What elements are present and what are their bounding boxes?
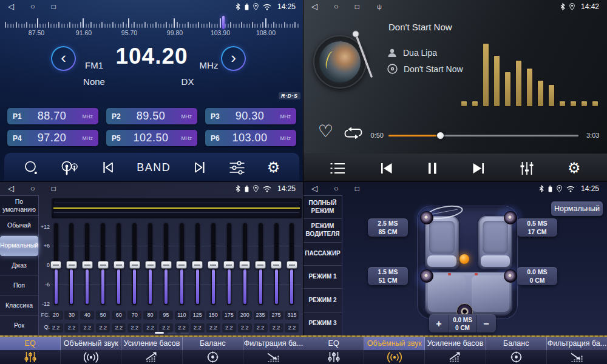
back-icon[interactable]: ◁ — [311, 182, 317, 195]
tab-bass-boost-button[interactable] — [121, 350, 182, 364]
page-indicator[interactable] — [180, 332, 189, 334]
eq-slider-handle[interactable] — [255, 261, 266, 269]
eq-preset-item[interactable]: Рок — [0, 315, 38, 335]
listening-position-indicator[interactable] — [459, 254, 469, 264]
eq-slider-handle[interactable] — [287, 261, 297, 269]
tab-surround-sound[interactable]: Объёмный звук — [61, 337, 121, 350]
eq-slider-handle[interactable] — [161, 261, 172, 269]
tab-eq[interactable]: EQ — [0, 337, 61, 350]
eq-slider-handle[interactable] — [239, 261, 250, 269]
eq-slider-handle[interactable] — [114, 261, 124, 269]
settings-button[interactable]: ⚙ — [568, 161, 581, 175]
tune-up-button[interactable]: › — [221, 46, 246, 71]
tab-eq[interactable]: EQ — [304, 337, 364, 350]
home-icon[interactable]: ○ — [30, 0, 35, 13]
audio-settings-button[interactable] — [229, 160, 245, 175]
tune-down-button[interactable]: ‹ — [51, 46, 76, 71]
back-icon[interactable]: ◁ — [8, 182, 14, 195]
front-right-delay-button[interactable]: 0.5 MS 17 CM — [517, 218, 557, 237]
speaker-rear-right[interactable] — [504, 269, 517, 283]
tab-surround-sound-button[interactable] — [61, 350, 121, 364]
eq-preset-item[interactable]: Поп — [0, 275, 38, 295]
eq-slider-handle[interactable] — [176, 261, 187, 269]
tab-eq-button[interactable] — [304, 350, 364, 364]
eq-preset-item[interactable]: Обычай — [0, 216, 38, 236]
speaker-front-right[interactable] — [504, 211, 517, 224]
recents-icon[interactable]: □ — [355, 0, 359, 13]
recents-icon[interactable]: □ — [52, 182, 56, 195]
tab-surround-sound-button[interactable] — [364, 350, 425, 364]
seek-bar-thumb[interactable] — [436, 132, 444, 140]
eq-preset-item[interactable]: Джаз — [0, 256, 38, 276]
home-icon[interactable]: ○ — [334, 182, 339, 195]
eq-slider-handle[interactable] — [192, 261, 203, 269]
eq-slider-handle[interactable] — [66, 261, 77, 269]
tab-balance-button[interactable] — [486, 350, 547, 364]
tab-balance[interactable]: Баланс — [486, 337, 547, 350]
sound-mode-item[interactable]: ПОЛНЫЙ РЕЖИМ — [304, 196, 342, 219]
tab-surround-sound[interactable]: Объёмный звук — [364, 337, 425, 350]
tab-eq-button[interactable] — [0, 350, 61, 364]
home-icon[interactable]: ○ — [30, 182, 35, 195]
sound-mode-item[interactable]: РЕЖИМ 3 — [304, 312, 342, 335]
preset-button-p5[interactable]: P5102.50MHz — [106, 130, 197, 146]
tab-bass-boost[interactable]: Усиление басов — [425, 337, 486, 350]
preset-button-p2[interactable]: P289.50MHz — [106, 108, 197, 124]
favorite-button[interactable]: ♡ — [318, 123, 333, 140]
rear-left-delay-button[interactable]: 1.5 MS 51 CM — [368, 267, 408, 285]
scan-button[interactable] — [24, 160, 39, 175]
tab-balance[interactable]: Баланс — [183, 337, 243, 350]
eq-slider-handle[interactable] — [271, 261, 282, 269]
pause-button[interactable] — [427, 162, 438, 175]
seek-bar[interactable] — [388, 135, 578, 136]
previous-station-button[interactable] — [100, 161, 115, 174]
back-icon[interactable]: ◁ — [311, 0, 317, 13]
tab-filtration[interactable]: Фильтрация ба... — [547, 337, 607, 350]
preset-button-p6[interactable]: P6103.00MHz — [205, 130, 296, 146]
settings-button[interactable]: ⚙ — [267, 160, 280, 175]
recents-icon[interactable]: □ — [355, 182, 359, 195]
front-left-delay-button[interactable]: 2.5 MS 85 CM — [368, 218, 408, 237]
sound-mode-item[interactable]: РЕЖИМ 2 — [304, 289, 342, 312]
previous-track-button[interactable] — [379, 162, 394, 175]
preset-button-p4[interactable]: P497.20MHz — [7, 130, 98, 146]
page-indicator[interactable] — [168, 332, 177, 334]
repeat-button[interactable] — [344, 126, 363, 143]
eq-slider-handle[interactable] — [82, 261, 93, 269]
recents-icon[interactable]: □ — [52, 0, 56, 13]
next-station-button[interactable] — [192, 161, 208, 174]
sound-mode-item[interactable]: РЕЖИМ 1 — [304, 266, 342, 289]
eq-slider-handle[interactable] — [98, 261, 109, 269]
speaker-rear-left[interactable] — [420, 269, 433, 283]
sound-mode-item[interactable]: РЕЖИМ ВОДИТЕЛЯ — [304, 219, 342, 242]
page-indicator-active[interactable] — [155, 332, 164, 334]
speaker-front-left[interactable] — [420, 211, 433, 224]
tuning-dial[interactable]: 87.5091.6095.7099.80103.90108.00 — [0, 15, 304, 38]
broadcast-button[interactable] — [60, 160, 78, 175]
tab-filtration[interactable]: Фильтрация ба... — [243, 337, 304, 350]
eq-preset-item[interactable]: Нормальный — [0, 236, 38, 256]
tab-balance-button[interactable] — [183, 350, 243, 364]
eq-slider-handle[interactable] — [129, 261, 140, 269]
tab-bass-boost[interactable]: Усиление басов — [121, 337, 182, 350]
eq-slider-handle[interactable] — [145, 261, 156, 269]
back-icon[interactable]: ◁ — [8, 0, 14, 13]
eq-slider-handle[interactable] — [223, 261, 234, 269]
next-track-button[interactable] — [471, 162, 486, 175]
delay-increase-button[interactable]: + — [429, 315, 449, 332]
sound-mode-item[interactable]: ПАССАЖИР — [304, 243, 342, 266]
band-button[interactable]: BAND — [137, 161, 171, 174]
preset-button-p3[interactable]: P390.30MHz — [205, 108, 296, 124]
rear-right-delay-button[interactable]: 0.0 MS 0 CM — [517, 267, 557, 285]
tab-filtration-button[interactable] — [547, 350, 607, 364]
equalizer-button[interactable] — [520, 161, 534, 175]
dial-pointer[interactable] — [222, 16, 225, 29]
playlist-button[interactable] — [330, 162, 345, 175]
eq-slider-handle[interactable] — [50, 261, 61, 269]
home-icon[interactable]: ○ — [334, 0, 339, 13]
eq-slider-handle[interactable] — [208, 261, 219, 269]
tab-bass-boost-button[interactable] — [425, 350, 486, 364]
preset-button-p1[interactable]: P188.70MHz — [7, 108, 98, 124]
eq-preset-item[interactable]: Классика — [0, 295, 38, 315]
sound-profile-button[interactable]: Нормальный — [551, 201, 603, 216]
